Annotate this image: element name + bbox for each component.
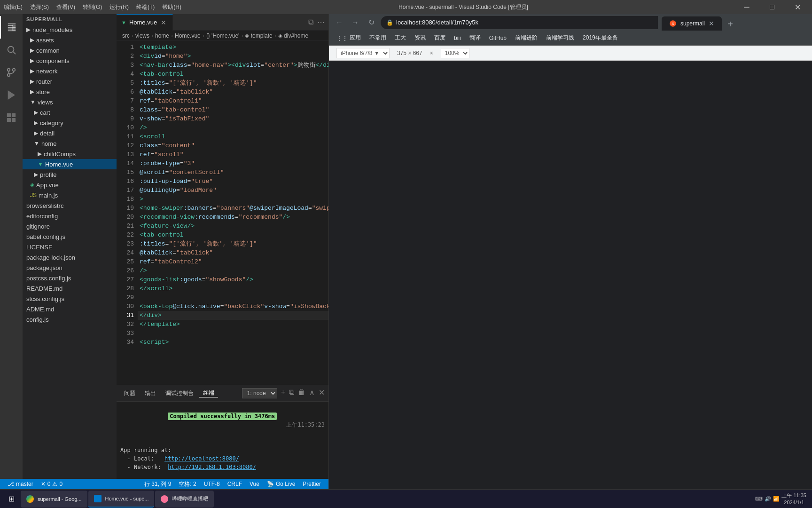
browser-forward-button[interactable]: →: [349, 16, 362, 29]
status-errors[interactable]: ✕ 0 ⚠ 0: [37, 481, 66, 487]
menu-view[interactable]: 查看(V): [56, 3, 75, 11]
sidebar-item-license[interactable]: LICENSE: [23, 242, 117, 252]
menu-terminal[interactable]: 终端(T): [136, 3, 155, 11]
menu-goto[interactable]: 转到(G): [83, 3, 102, 11]
system-clock[interactable]: 上午 11:35 2024/1/1: [781, 492, 806, 506]
sidebar-item-home[interactable]: ▼home: [23, 138, 117, 149]
sidebar-item-gitignore[interactable]: gitignore: [23, 221, 117, 231]
breadcrumb-home[interactable]: home: [155, 32, 169, 39]
status-language[interactable]: Vue: [246, 480, 263, 488]
sidebar-item-node-modules[interactable]: ▶node_modules: [23, 24, 117, 35]
sidebar-item-appvue[interactable]: ◈App.vue: [23, 180, 117, 190]
terminal-local-link[interactable]: http://localhost:8080/: [164, 455, 239, 462]
sidebar-item-common[interactable]: ▶common: [23, 45, 117, 56]
browser-refresh-button[interactable]: ↻: [365, 16, 378, 29]
menu-help[interactable]: 帮助(H): [162, 3, 181, 11]
sidebar-item-router[interactable]: ▶router: [23, 76, 117, 87]
sidebar-item-adme[interactable]: ADME.md: [23, 304, 117, 314]
tab-homevue[interactable]: ▼ Home.vue ✕: [117, 14, 173, 31]
terminal-trash-icon[interactable]: 🗑: [298, 388, 305, 398]
terminal-content[interactable]: Compiled successfully in 3476ms 上午11:35:…: [117, 402, 328, 479]
sidebar-item-packagejson[interactable]: package.json: [23, 262, 117, 273]
close-button[interactable]: ✕: [787, 0, 808, 14]
taskbar-item-bilibili[interactable]: 哔哩哔哩直播吧: [155, 491, 214, 508]
menu-edit[interactable]: 编辑(E): [4, 3, 23, 11]
sidebar-item-network[interactable]: ▶network: [23, 66, 117, 76]
status-golive[interactable]: 📡 Go Live: [263, 480, 299, 488]
terminal-node-select[interactable]: 1: node: [242, 388, 277, 398]
browser-tab-close[interactable]: ✕: [709, 20, 714, 27]
sidebar-item-postcss[interactable]: postcss.config.js: [23, 273, 117, 283]
terminal-tab-problems[interactable]: 问题: [120, 389, 139, 397]
status-line-ending[interactable]: CRLF: [224, 480, 246, 488]
debug-icon[interactable]: [0, 84, 23, 106]
sidebar-item-stcss[interactable]: stcss.config.js: [23, 294, 117, 304]
sidebar-item-detail[interactable]: ▶detail: [23, 128, 117, 138]
tab-close-button[interactable]: ✕: [161, 19, 166, 26]
menu-run[interactable]: 运行(R): [109, 3, 129, 11]
new-tab-button[interactable]: +: [724, 17, 737, 31]
sidebar-item-editorconfig[interactable]: editorconfig: [23, 211, 117, 221]
bookmark-zixun[interactable]: 资讯: [411, 32, 429, 44]
status-git-branch[interactable]: ⎇ master: [4, 481, 37, 487]
breadcrumb-homevue[interactable]: Home.vue: [175, 32, 201, 39]
bookmark-frontend-study[interactable]: 前端学习线: [542, 32, 578, 44]
sidebar-item-configjs[interactable]: config.js: [23, 314, 117, 325]
network-icon[interactable]: 📶: [773, 496, 780, 502]
bookmark-2019[interactable]: 2019年最全备: [579, 32, 622, 44]
bookmark-frontend-advanced[interactable]: 前端进阶: [511, 32, 541, 44]
more-actions-icon[interactable]: ⋯: [317, 18, 325, 27]
status-position[interactable]: 行 31, 列 9: [141, 480, 175, 488]
breadcrumb-src[interactable]: src: [122, 32, 130, 39]
terminal-collapse-icon[interactable]: ∧: [309, 388, 315, 398]
bookmark-apps[interactable]: ⋮⋮ 应用: [333, 32, 365, 44]
browser-tab-supermall[interactable]: S supermall ✕: [662, 16, 722, 31]
volume-icon[interactable]: 🔊: [765, 496, 771, 502]
sidebar-item-mainjs[interactable]: JSmain.js: [23, 190, 117, 200]
sidebar-item-homevue[interactable]: ▼Home.vue: [23, 159, 117, 169]
explorer-icon[interactable]: [0, 16, 23, 39]
sidebar-item-readme[interactable]: README.md: [23, 283, 117, 294]
sidebar-item-cart[interactable]: ▶cart: [23, 107, 117, 118]
terminal-tab-output[interactable]: 输出: [141, 389, 160, 397]
sidebar-item-childcomps[interactable]: ▶childComps: [23, 149, 117, 159]
terminal-split-icon[interactable]: ⧉: [289, 388, 294, 398]
bookmark-github[interactable]: GitHub: [485, 33, 510, 43]
sidebar-item-assets[interactable]: ▶assets: [23, 35, 117, 45]
breadcrumb-views[interactable]: views: [135, 32, 149, 39]
bookmark-fanyi[interactable]: 翻译: [466, 32, 484, 44]
sidebar-item-profile[interactable]: ▶profile: [23, 169, 117, 180]
minimize-button[interactable]: ─: [736, 0, 757, 14]
sidebar-item-browserslistrc[interactable]: browserslistrc: [23, 200, 117, 211]
search-icon[interactable]: [0, 39, 23, 61]
bookmark-bili[interactable]: biii: [450, 33, 465, 43]
sidebar-item-store[interactable]: ▶store: [23, 87, 117, 97]
terminal-add-icon[interactable]: +: [281, 388, 285, 398]
bookmark-baidu[interactable]: 百度: [430, 32, 449, 44]
breadcrumb-template[interactable]: ◈ template: [245, 32, 272, 39]
terminal-tab-terminal[interactable]: 终端: [199, 389, 218, 397]
git-icon[interactable]: [0, 61, 23, 84]
status-spaces[interactable]: 空格: 2: [175, 480, 200, 488]
zoom-selector[interactable]: 100%: [441, 48, 469, 58]
code-content[interactable]: <template> <div id="home"> <nav-bar clas…: [138, 41, 328, 385]
sidebar-item-components[interactable]: ▶components: [23, 56, 117, 66]
browser-back-button[interactable]: ←: [333, 16, 346, 29]
bookmark-uncommon[interactable]: 不常用: [366, 32, 390, 44]
breadcrumb-obj[interactable]: {} 'Home.vue': [206, 32, 240, 39]
keyboard-icon[interactable]: ⌨: [755, 496, 763, 502]
start-button[interactable]: ⊞: [2, 490, 21, 508]
status-prettier[interactable]: Prettier: [299, 480, 325, 488]
device-selector[interactable]: iPhone 6/7/8 ▼: [336, 48, 390, 58]
breadcrumb-divhome[interactable]: ◈ div#home: [278, 32, 308, 39]
bookmark-gongda[interactable]: 工大: [391, 32, 410, 44]
split-editor-icon[interactable]: ⧉: [308, 18, 313, 26]
taskbar-item-vscode[interactable]: Home.vue - supe...: [88, 491, 155, 508]
taskbar-item-chrome[interactable]: supermall - Goog...: [21, 491, 87, 508]
terminal-close-icon[interactable]: ✕: [319, 388, 325, 398]
menu-select[interactable]: 选择(S): [30, 3, 49, 11]
terminal-network-link[interactable]: http://192.168.1.103:8080/: [168, 464, 256, 470]
maximize-button[interactable]: □: [761, 0, 783, 14]
sidebar-item-babelconfig[interactable]: babel.config.js: [23, 231, 117, 242]
sidebar-item-packagelock[interactable]: package-lock.json: [23, 252, 117, 262]
